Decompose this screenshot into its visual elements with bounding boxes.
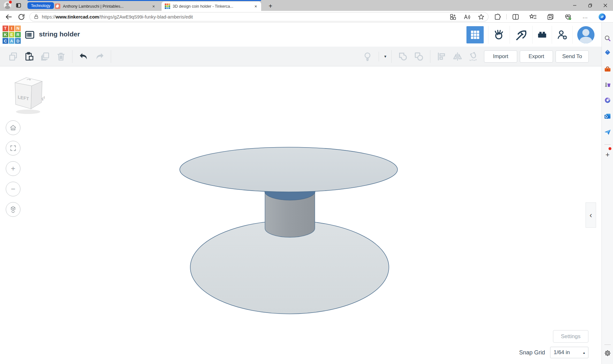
visibility-dropdown-caret[interactable]: ▾ — [384, 54, 386, 59]
tinkercad-app: T I N K E R C A D string holder — [0, 23, 602, 364]
tab-close-icon[interactable]: × — [151, 4, 156, 9]
tinker-hand-button[interactable] — [488, 26, 510, 44]
undo-button[interactable] — [78, 51, 89, 62]
new-tab-button[interactable]: + — [266, 2, 275, 10]
hand-ball-icon — [493, 29, 505, 41]
sidebar-m365-icon[interactable] — [604, 96, 611, 104]
invite-button[interactable] — [552, 26, 572, 44]
pickaxe-icon — [514, 28, 528, 42]
address-bar[interactable]: https://www.tinkercad.com/things/gZAwE9q… — [29, 12, 488, 21]
read-aloud-icon[interactable] — [463, 13, 471, 21]
toolbar-divider — [72, 50, 72, 63]
tinkercad-favicon — [165, 4, 170, 9]
delete-button[interactable] — [56, 51, 66, 62]
window-titlebar: Technology Anthony Lambruschi | Printabl… — [0, 0, 613, 11]
align-button[interactable] — [436, 51, 447, 62]
design-canvas[interactable]: LEFT FRONT + − — [0, 67, 602, 364]
tinkercad-header: T I N K E R C A D string holder — [0, 23, 602, 47]
redo-button[interactable] — [94, 51, 105, 62]
person-add-icon — [556, 29, 568, 41]
spool-top-disk — [180, 147, 397, 192]
toolbar-divider — [111, 50, 111, 63]
split-window-icon[interactable] — [511, 13, 520, 21]
dashboard-grid-button[interactable] — [462, 26, 488, 44]
shapes-panel-collapse-handle[interactable]: ‹ — [586, 202, 596, 228]
browser-tab-printables[interactable]: Anthony Lambruschi | Printables... × — [52, 2, 159, 11]
account-button[interactable] — [572, 26, 599, 44]
user-avatar — [577, 26, 594, 43]
sidebar-search-icon[interactable] — [604, 34, 611, 42]
profile-notification-dot — [9, 1, 12, 4]
tab-title: Anthony Lambruschi | Printables... — [63, 4, 148, 9]
chevron-left-icon: ‹ — [590, 211, 592, 220]
toolbar-divider — [430, 50, 430, 63]
toolbar-divider — [391, 50, 392, 63]
tab-group-color-strip — [27, 0, 261, 1]
favorites-bar-icon[interactable] — [529, 13, 537, 21]
design-menu-icon[interactable] — [24, 29, 35, 40]
sidebar-outlook-icon[interactable] — [604, 112, 611, 120]
tab-group-label[interactable]: Technology — [27, 2, 54, 9]
url-text: https://www.tinkercad.com/things/gZAwE9q… — [42, 14, 443, 19]
import-button[interactable]: Import — [484, 50, 517, 63]
split-screen-apps-icon[interactable] — [449, 13, 457, 21]
grid-settings-button[interactable]: Settings — [553, 330, 588, 343]
show-hide-bulb-button[interactable] — [362, 51, 373, 62]
snap-grid-value: 1/64 in — [554, 349, 570, 356]
settings-more-icon[interactable]: … — [581, 13, 589, 21]
collections-icon[interactable] — [546, 13, 555, 21]
tab-actions-menu-icon[interactable] — [15, 2, 22, 9]
export-button[interactable]: Export — [520, 50, 553, 63]
tab-close-icon[interactable]: × — [253, 4, 259, 9]
sidebar-settings-gear-icon[interactable] — [604, 349, 611, 357]
copy-button[interactable] — [8, 51, 19, 62]
group-button[interactable] — [397, 51, 408, 62]
avatar-head — [6, 3, 9, 6]
snap-grid-dropdown[interactable]: 1/64 in ▴ — [550, 347, 588, 358]
duplicate-button[interactable] — [40, 51, 50, 62]
mirror-button[interactable] — [452, 51, 463, 62]
spool-model[interactable] — [0, 67, 602, 364]
lock-icon[interactable] — [34, 14, 39, 19]
sidebar-divider — [604, 144, 611, 145]
header-actions — [462, 23, 599, 47]
caret-up-icon: ▴ — [583, 351, 585, 355]
minecraft-button[interactable] — [510, 26, 532, 44]
printables-favicon — [55, 4, 60, 9]
refresh-icon[interactable] — [17, 13, 26, 21]
restore-button[interactable] — [582, 0, 598, 11]
copilot-icon[interactable] — [598, 12, 607, 21]
sidebar-games-icon[interactable] — [604, 80, 611, 88]
sidebar-divider — [604, 345, 611, 345]
lego-button[interactable] — [532, 26, 552, 44]
favorite-star-icon[interactable] — [477, 13, 485, 21]
close-window-button[interactable] — [598, 0, 613, 11]
sidebar-shopping-icon[interactable] — [604, 49, 611, 56]
browser-tab-tinkercad-active[interactable]: 3D design coin holder - Tinkerca... × — [162, 2, 261, 11]
toolbar-divider — [379, 52, 379, 61]
snap-grid-label: Snap Grid — [492, 349, 545, 356]
design-title[interactable]: string holder — [39, 30, 80, 38]
ungroup-button[interactable] — [413, 51, 424, 62]
send-to-button[interactable]: Send To — [556, 50, 589, 63]
extensions-puzzle-icon[interactable] — [493, 13, 502, 21]
sidebar-tools-icon[interactable] — [604, 65, 611, 73]
brick-icon — [537, 30, 547, 40]
paste-button[interactable] — [24, 51, 34, 62]
sidebar-drop-icon[interactable] — [604, 128, 611, 136]
grid-icon — [466, 26, 484, 43]
workplane-magnet-button[interactable] — [468, 51, 479, 62]
sidebar-add-icon[interactable]: + — [604, 151, 611, 159]
edit-toolbar: ▾ Import Export Send To — [0, 47, 602, 66]
back-icon[interactable] — [4, 13, 13, 21]
window-controls — [567, 0, 613, 11]
minimize-button[interactable] — [567, 0, 582, 11]
sidebar-notification-dot — [609, 147, 611, 150]
browser-essentials-icon[interactable] — [564, 13, 572, 21]
browser-toolbar: https://www.tinkercad.com/things/gZAwE9q… — [0, 11, 613, 23]
avatar-body — [5, 6, 10, 9]
edge-sidebar: + — [602, 23, 613, 364]
tinkercad-logo[interactable]: T I N K E R C A D — [3, 26, 21, 44]
toolbar-divider — [506, 14, 507, 19]
tab-title: 3D design coin holder - Tinkerca... — [173, 4, 250, 9]
